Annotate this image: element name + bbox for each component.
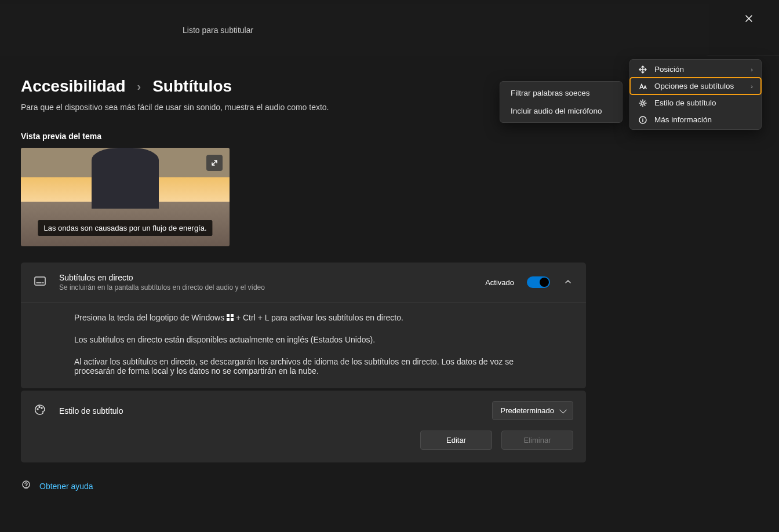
- get-help-link[interactable]: Obtener ayuda: [21, 480, 758, 492]
- toggle-state-label: Activado: [485, 278, 514, 287]
- move-icon: [638, 65, 647, 74]
- chevron-up-icon[interactable]: [563, 277, 573, 287]
- live-captions-availability: Los subtítulos en directo están disponib…: [74, 335, 551, 344]
- svg-point-3: [41, 407, 42, 409]
- menu-caption-options-item[interactable]: Opciones de subtítulos ›: [630, 78, 761, 94]
- svg-rect-0: [35, 277, 45, 285]
- edit-button[interactable]: Editar: [420, 431, 492, 450]
- caption-top-bar: Listo para subtitular: [0, 0, 779, 56]
- svg-point-5: [642, 102, 644, 104]
- menu-position-item[interactable]: Posición ›: [630, 61, 761, 78]
- breadcrumb-parent[interactable]: Accesibilidad: [21, 77, 126, 96]
- live-captions-title: Subtítulos en directo: [59, 273, 472, 282]
- live-caption-status: Listo para subtitular: [183, 25, 253, 35]
- live-captions-privacy: Al activar los subtítulos en directo, se…: [74, 357, 551, 376]
- live-caption-widget: Listo para subtitular: [0, 4, 709, 56]
- get-help-label: Obtener ayuda: [39, 482, 93, 491]
- caption-settings-menu: Posición › Opciones de subtítulos › Esti…: [629, 59, 762, 130]
- gear-icon: [638, 99, 647, 107]
- live-captions-desc: Se incluirán en la pantalla subtítulos e…: [59, 283, 472, 291]
- chevron-right-icon: ›: [137, 80, 141, 93]
- palette-icon: [34, 404, 46, 418]
- menu-caption-style-item[interactable]: Estilo de subtítulo: [630, 94, 761, 111]
- page-title: Subtítulos: [152, 77, 232, 96]
- help-icon: [21, 480, 31, 492]
- caption-style-card: Estilo de subtítulo Predeterminado Edita…: [21, 391, 586, 462]
- chevron-right-icon: ›: [751, 66, 753, 73]
- svg-point-1: [37, 409, 38, 410]
- include-mic-audio-item[interactable]: Incluir audio del micrófono: [500, 102, 622, 120]
- live-captions-shortcut: Presiona la tecla del logotipo de Window…: [74, 313, 551, 322]
- close-icon[interactable]: [742, 12, 756, 25]
- caption-options-submenu: Filtrar palabras soeces Incluir audio de…: [500, 81, 623, 123]
- font-icon: [638, 82, 647, 90]
- info-icon: [638, 116, 647, 124]
- svg-point-2: [39, 406, 40, 407]
- live-captions-text: Subtítulos en directo Se incluirán en la…: [59, 273, 472, 291]
- theme-preview-thumbnail[interactable]: Las ondas son causadas por un flujo de e…: [21, 148, 230, 246]
- captions-icon: [34, 276, 46, 288]
- caption-style-title: Estilo de subtítulo: [59, 406, 123, 416]
- live-captions-body: Presiona la tecla del logotipo de Window…: [21, 303, 586, 388]
- windows-logo-icon: [227, 314, 234, 321]
- live-captions-toggle[interactable]: [527, 276, 550, 288]
- caption-style-dropdown[interactable]: Predeterminado: [492, 401, 574, 420]
- preview-label: Vista previa del tema: [21, 132, 758, 141]
- live-captions-row[interactable]: Subtítulos en directo Se incluirán en la…: [21, 263, 586, 303]
- filter-profanity-item[interactable]: Filtrar palabras soeces: [500, 84, 622, 102]
- preview-caption-text: Las ondas son causadas por un flujo de e…: [38, 220, 212, 236]
- delete-button: Eliminar: [501, 431, 573, 450]
- menu-more-info-item[interactable]: Más información: [630, 111, 761, 128]
- expand-icon[interactable]: [206, 155, 223, 171]
- chevron-right-icon: ›: [751, 83, 753, 90]
- live-captions-card: Subtítulos en directo Se incluirán en la…: [21, 263, 586, 388]
